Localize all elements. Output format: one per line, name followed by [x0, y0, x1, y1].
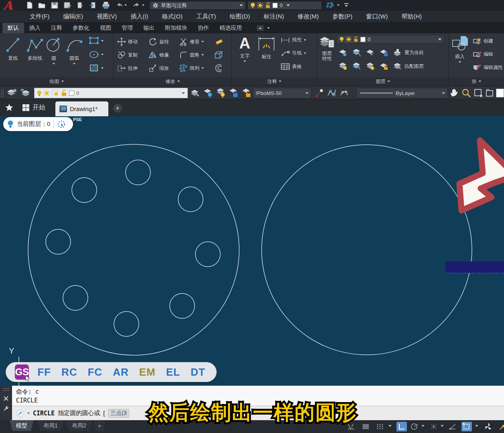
bolt-hole-circle[interactable] [170, 293, 195, 318]
menu-format[interactable]: 格式(O) [162, 13, 183, 20]
circle-button[interactable]: 圆 [45, 35, 63, 65]
command-grip[interactable] [3, 388, 9, 392]
shortcut-el[interactable]: EL [161, 366, 185, 378]
command-compass-icon[interactable] [16, 409, 24, 417]
menu-window[interactable]: 窗口(W) [366, 13, 388, 20]
shortcut-em[interactable]: EM [134, 366, 161, 378]
qat-layer-dropdown[interactable]: 0 [248, 1, 322, 10]
layer-properties-toolbar-icon[interactable] [6, 88, 18, 98]
wrench-icon[interactable] [3, 405, 9, 412]
array-button[interactable]: 阵列 [179, 64, 204, 73]
start-tab[interactable]: 开始 [22, 103, 45, 112]
open-folder-icon[interactable] [38, 2, 46, 9]
erase-button[interactable] [213, 37, 224, 46]
menu-help[interactable]: 帮助(H) [401, 13, 422, 20]
redo-dropdown-caret[interactable] [142, 4, 144, 6]
selection-cycling-icon[interactable] [57, 120, 66, 129]
isodraft-icon[interactable] [429, 422, 439, 431]
ribbon-tab-insert[interactable]: 插入 [24, 23, 46, 33]
ortho-toggle-icon[interactable] [396, 422, 407, 431]
ribbon-tab-collaborate[interactable]: 协作 [193, 23, 214, 33]
redo-icon[interactable] [132, 2, 140, 9]
save-icon[interactable] [51, 2, 59, 9]
bolt-hole-circle[interactable] [126, 160, 150, 185]
panel-label-annotate[interactable]: 注释 [232, 77, 317, 86]
arc-button[interactable]: 圆弧 [64, 35, 84, 65]
transfer-icon[interactable] [76, 2, 84, 9]
menu-modify[interactable]: 修改(M) [298, 13, 319, 20]
layer-unisolate-icon[interactable] [352, 62, 362, 70]
new-layout-button[interactable]: + [94, 420, 105, 431]
set-current-layer-button[interactable]: 置为当前 [393, 49, 424, 57]
drawing-canvas[interactable]: Y 当前图层：0 PSE GS FF RC FC AR EM [0, 116, 504, 386]
layer-thaw-icon[interactable] [366, 62, 375, 70]
shortcut-fc[interactable]: FC [82, 366, 108, 378]
polyline-button[interactable]: 多段线 [23, 35, 47, 62]
annotation-scale-icon[interactable] [498, 422, 504, 431]
ribbon-tab-home[interactable]: 默认 [2, 23, 24, 33]
panel-label-block[interactable]: 块 [449, 77, 504, 86]
polyline-nodes-icon[interactable] [327, 89, 337, 97]
object-snap-tracking-icon[interactable] [448, 422, 458, 431]
menu-parametric[interactable]: 参数(P) [332, 13, 352, 20]
shortcut-dt[interactable]: DT [185, 366, 211, 378]
ribbon-tab-annotate[interactable]: 注释 [46, 23, 67, 33]
ribbon-tab-output[interactable]: 输出 [138, 23, 160, 33]
circle-split-caret[interactable] [53, 63, 55, 65]
pan-hand-icon[interactable] [449, 88, 459, 98]
arc-split-caret[interactable] [73, 63, 75, 65]
menu-insert[interactable]: 插入(I) [130, 13, 148, 20]
bolt-hole-circles[interactable] [46, 160, 220, 336]
mirror-button[interactable]: 镜像 [148, 51, 169, 59]
line-button[interactable]: 直线 [2, 35, 23, 62]
ribbon-tab-addins[interactable]: 附加模块 [160, 23, 193, 33]
menu-edit[interactable]: 编辑(E) [63, 13, 83, 20]
ribbon-tab-manage[interactable]: 管理 [116, 23, 138, 33]
qat-collapse-icon[interactable] [343, 2, 349, 8]
close-icon[interactable] [3, 396, 9, 401]
object-snap-icon[interactable] [461, 422, 472, 431]
layer-isolate-icon[interactable] [352, 49, 362, 57]
layer-bulb-yellow-icon[interactable] [216, 88, 226, 98]
copy-button[interactable]: 复制 [117, 51, 138, 59]
right-plate-circle[interactable] [262, 145, 472, 355]
text-style-dropdown[interactable]: !PboMS-50 [253, 88, 311, 98]
ribbon-minimize-button[interactable] [257, 23, 270, 33]
text-button[interactable]: A 文字 [236, 35, 254, 62]
color-swatch-current[interactable] [496, 89, 504, 97]
layout1-tab[interactable]: 布局1 [37, 420, 64, 431]
ribbon-tab-featured[interactable]: 精选应用 [214, 23, 247, 33]
make-current-icon[interactable] [190, 88, 201, 98]
ellipse-button[interactable] [89, 50, 104, 59]
bolt-hole-circle[interactable] [178, 187, 203, 212]
bolt-hole-circle[interactable] [63, 285, 88, 310]
bolt-hole-circle[interactable] [46, 229, 71, 254]
bolt-hole-circle[interactable] [195, 242, 220, 267]
menu-dimension[interactable]: 标注(N) [264, 13, 284, 20]
object-snap-caret[interactable] [475, 425, 478, 427]
undo-dropdown-caret[interactable] [124, 4, 127, 6]
qat-more-caret[interactable] [337, 4, 339, 6]
table-button[interactable]: 表格 [280, 63, 302, 70]
stretch-button[interactable]: 拉伸 [117, 64, 138, 73]
shortcut-ar[interactable]: AR [108, 366, 134, 378]
ribbon-tab-parametric[interactable]: 参数化 [67, 23, 95, 33]
menu-draw[interactable]: 绘图(D) [230, 13, 250, 20]
layer-bulb-blue-icon[interactable] [203, 88, 213, 98]
layer-properties-button[interactable]: 图层特性 [318, 35, 336, 61]
dimension-button[interactable]: 标注 [256, 35, 276, 60]
shortcut-rc[interactable]: RC [56, 366, 83, 378]
layer-off-icon[interactable] [338, 49, 348, 57]
layout2-tab[interactable]: 布局2 [65, 420, 93, 431]
polar-tracking-icon[interactable] [409, 422, 420, 431]
layer-on-icon[interactable] [338, 62, 348, 70]
ribbon-tab-view[interactable]: 视图 [95, 23, 116, 33]
edit-block-button[interactable]: 编辑 [473, 51, 493, 58]
bolt-hole-circle[interactable] [72, 178, 97, 202]
extrude-button[interactable] [213, 51, 224, 59]
menu-view[interactable]: 视图(V) [97, 13, 117, 20]
previous-layer-icon[interactable] [20, 88, 31, 98]
zoom-previous-icon[interactable] [485, 88, 494, 98]
rotate-button[interactable]: 旋转 [148, 37, 169, 46]
spline-edit-icon[interactable] [339, 89, 350, 97]
